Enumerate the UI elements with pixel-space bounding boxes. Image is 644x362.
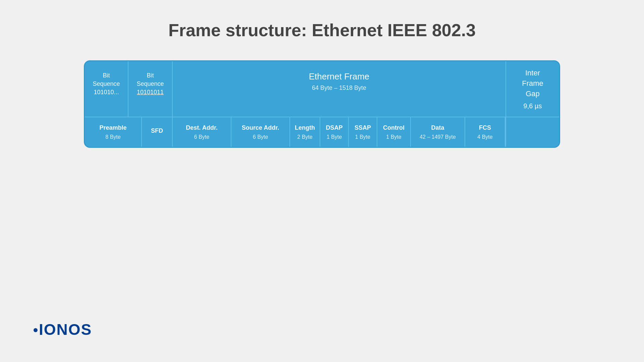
- cell-sfd: SFD: [142, 117, 172, 146]
- page-container: Frame structure: Ethernet IEEE 802.3 Bit…: [0, 0, 644, 362]
- top-row: BitSequence101010... BitSequence10101011…: [85, 61, 559, 117]
- cell-data: Data 42 – 1497 Byte: [411, 117, 465, 146]
- top-preamble-sfd-wrapper: BitSequence101010... BitSequence10101011: [85, 61, 173, 117]
- ifg-subtitle: 9,6 µs: [524, 102, 542, 110]
- fcs-title: FCS: [479, 124, 491, 132]
- ionos-logo: IONOS: [34, 320, 92, 339]
- source-addr-sub: 6 Byte: [253, 134, 268, 140]
- bit-seq2-text: BitSequence10101011: [137, 72, 164, 96]
- cell-inter-bottom: [505, 117, 559, 146]
- dsap-title: DSAP: [326, 124, 342, 132]
- source-addr-title: Source Addr.: [242, 124, 279, 132]
- top-bit-seq2: BitSequence10101011: [128, 61, 172, 117]
- top-inter-frame-gap: InterFrameGap 9,6 µs: [505, 61, 559, 117]
- length-sub: 2 Byte: [297, 134, 312, 140]
- length-title: Length: [295, 124, 315, 132]
- cell-source-addr: Source Addr. 6 Byte: [231, 117, 290, 146]
- cell-preamble: Preamble 8 Byte: [85, 117, 142, 146]
- preamble-sfd-group: Preamble 8 Byte SFD: [85, 117, 173, 146]
- logo-text: IONOS: [39, 321, 92, 338]
- cell-fcs: FCS 4 Byte: [465, 117, 505, 146]
- dest-addr-title: Dest. Addr.: [186, 124, 217, 132]
- control-title: Control: [383, 124, 405, 132]
- top-ethernet-frame: Ethernet Frame 64 Byte – 1518 Byte: [173, 61, 505, 117]
- cell-length: Length 2 Byte: [290, 117, 320, 146]
- ethernet-frame-subtitle: 64 Byte – 1518 Byte: [179, 84, 499, 92]
- cell-dsap: DSAP 1 Byte: [320, 117, 349, 146]
- cell-ssap: SSAP 1 Byte: [349, 117, 377, 146]
- diagram-container: BitSequence101010... BitSequence10101011…: [84, 60, 560, 148]
- logo-icon-dot: [34, 328, 38, 332]
- ethernet-frame-title: Ethernet Frame: [179, 71, 499, 82]
- data-sub: 42 – 1497 Byte: [420, 134, 456, 140]
- fcs-sub: 4 Byte: [477, 134, 492, 140]
- data-title: Data: [431, 124, 444, 132]
- dsap-sub: 1 Byte: [327, 134, 342, 140]
- preamble-title: Preamble: [99, 124, 126, 132]
- ssap-sub: 1 Byte: [355, 134, 370, 140]
- preamble-sub: 8 Byte: [105, 134, 120, 140]
- control-sub: 1 Byte: [386, 134, 401, 140]
- logo-area: IONOS: [34, 320, 92, 339]
- ssap-title: SSAP: [355, 124, 371, 132]
- bit-seq1-text: BitSequence101010...: [93, 72, 120, 96]
- cell-control: Control 1 Byte: [377, 117, 411, 146]
- ifg-title: InterFrameGap: [522, 68, 543, 99]
- cell-dest-addr: Dest. Addr. 6 Byte: [173, 117, 231, 146]
- top-bit-seq1: BitSequence101010...: [85, 61, 128, 117]
- dest-addr-sub: 6 Byte: [194, 134, 209, 140]
- page-title: Frame structure: Ethernet IEEE 802.3: [34, 20, 610, 40]
- bottom-row: Preamble 8 Byte SFD Dest. Addr. 6 Byte S…: [85, 117, 559, 146]
- sfd-title: SFD: [151, 127, 163, 135]
